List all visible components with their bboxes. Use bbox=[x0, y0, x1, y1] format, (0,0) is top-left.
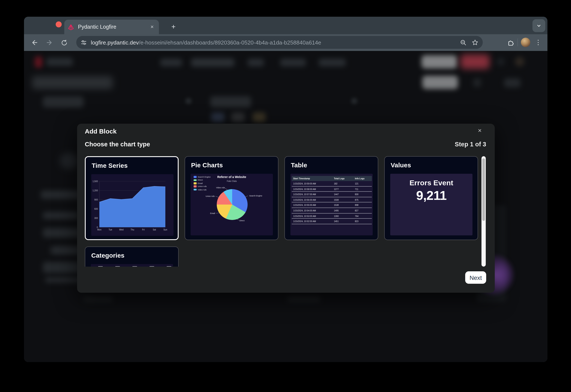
svg-text:Sat: Sat bbox=[153, 228, 156, 231]
table-cell: 1/15/2024, 10:52:00 AM bbox=[292, 218, 332, 224]
table-row: 1/15/2024, 10:56:00 AM1508875 bbox=[292, 197, 372, 202]
add-block-modal: Add Block × Choose the chart type Step 1… bbox=[77, 124, 495, 293]
next-button[interactable]: Next bbox=[465, 271, 486, 284]
card-title: Table bbox=[291, 161, 307, 168]
svg-text:600: 600 bbox=[94, 208, 98, 210]
card-pie-charts[interactable]: Pie Charts Referer of a Website Fake Dat… bbox=[185, 156, 278, 240]
svg-text:900: 900 bbox=[94, 198, 98, 201]
table-col-header: Total Logs bbox=[332, 176, 353, 181]
table-thumbnail: Start Timestamp Total Logs Info Logs 1/1… bbox=[291, 174, 373, 235]
table-row: 1/15/2024, 10:55:00 AM1538898 bbox=[292, 202, 372, 208]
url-text: logfire.pydantic.dev/e-hosseini/ehsan/da… bbox=[91, 39, 460, 46]
extensions-icon[interactable] bbox=[507, 39, 514, 46]
svg-text:1,500: 1,500 bbox=[92, 180, 98, 182]
table-cell: 1/15/2024, 10:53:00 AM bbox=[292, 213, 332, 218]
table-cell: 1451 bbox=[332, 218, 353, 224]
table-cell: 1538 bbox=[332, 202, 353, 208]
svg-text:1,200: 1,200 bbox=[92, 189, 98, 192]
categories-chart-hint bbox=[115, 266, 120, 266]
chevron-down-icon bbox=[536, 23, 542, 29]
table-cell: 875 bbox=[353, 197, 372, 202]
page-content: Add Block × Choose the chart type Step 1… bbox=[24, 51, 547, 362]
table-cell: 1495 bbox=[332, 208, 353, 213]
pie-slice-label: Direct bbox=[239, 219, 245, 222]
card-categories[interactable]: Categories bbox=[85, 247, 179, 266]
table-cell: 121 bbox=[353, 181, 372, 186]
forward-button[interactable] bbox=[44, 37, 54, 48]
table-row: 1/15/2024, 10:53:00 AM1390764 bbox=[292, 213, 372, 218]
new-tab-button[interactable]: + bbox=[168, 22, 179, 32]
forward-arrow-icon bbox=[46, 39, 53, 46]
table-cell: 1/15/2024, 10:55:00 AM bbox=[292, 202, 332, 208]
table-cell: 764 bbox=[353, 213, 372, 218]
categories-chart-hint bbox=[167, 266, 171, 266]
table-cell: 898 bbox=[353, 202, 372, 208]
card-time-series[interactable]: Time Series 03006009001,2001,500MonTueWe… bbox=[85, 156, 179, 240]
table-cell: 823 bbox=[353, 218, 372, 224]
table-cell: 1277 bbox=[332, 186, 353, 192]
step-indicator: Step 1 of 3 bbox=[455, 141, 486, 148]
metric-value: 9,211 bbox=[416, 188, 447, 203]
tab-search-button[interactable] bbox=[532, 19, 545, 32]
table-cell: 827 bbox=[353, 208, 372, 213]
table-cell: 1508 bbox=[332, 197, 353, 202]
tab-close-icon[interactable]: × bbox=[149, 24, 156, 30]
table-row: 1/15/2024, 10:54:00 AM1495827 bbox=[292, 208, 372, 213]
bookmark-star-icon[interactable] bbox=[472, 39, 479, 46]
categories-chart-hint bbox=[149, 266, 154, 266]
svg-text:Thu: Thu bbox=[131, 228, 134, 231]
table-cell: 711 bbox=[353, 186, 372, 192]
reload-button[interactable] bbox=[59, 37, 69, 48]
profile-avatar[interactable] bbox=[521, 38, 530, 47]
svg-text:Mon: Mon bbox=[97, 228, 101, 231]
toolbar-right: ⋮ bbox=[507, 36, 543, 49]
card-title: Categories bbox=[91, 252, 124, 259]
table-cell: 1/15/2024, 10:56:00 AM bbox=[292, 197, 332, 202]
modal-scrollbar-track[interactable] bbox=[482, 156, 486, 266]
browser-tab[interactable]: Pydantic Logfire × bbox=[64, 20, 159, 34]
browser-window: Pydantic Logfire × + bbox=[24, 17, 547, 362]
traffic-light-close[interactable] bbox=[56, 21, 62, 28]
card-table[interactable]: Table Start Timestamp Total Logs Info Lo… bbox=[284, 156, 378, 240]
card-title: Pie Charts bbox=[191, 161, 223, 168]
time-series-thumbnail: 03006009001,2001,500MonTueWedThuFriSatSu… bbox=[91, 174, 174, 236]
table-cell: 830 bbox=[353, 192, 372, 197]
table-row: 1/15/2024, 10:59:00 AM182121 bbox=[292, 181, 372, 186]
screen: Pydantic Logfire × + bbox=[0, 0, 571, 392]
pie-slice-label: Video Ads bbox=[211, 186, 225, 189]
site-settings-icon[interactable] bbox=[81, 39, 87, 46]
back-button[interactable] bbox=[29, 37, 39, 48]
table-col-header: Info Logs bbox=[353, 176, 372, 181]
pie-slice-label: Search Engine bbox=[249, 195, 262, 197]
modal-scrollbar-thumb[interactable] bbox=[482, 158, 485, 221]
url-path: /e-hosseini/ehsan/dashboards/8920360a-05… bbox=[139, 39, 321, 46]
url-host: logfire.pydantic.dev bbox=[91, 39, 139, 46]
chart-type-list: Time Series 03006009001,2001,500MonTueWe… bbox=[85, 156, 482, 266]
categories-chart-hint bbox=[132, 266, 137, 266]
zoom-out-icon[interactable] bbox=[460, 39, 467, 46]
svg-text:300: 300 bbox=[94, 217, 98, 219]
tab-strip: Pydantic Logfire × + bbox=[24, 17, 547, 34]
browser-menu-kebab-icon[interactable]: ⋮ bbox=[533, 39, 543, 46]
modal-close-icon[interactable]: × bbox=[476, 127, 483, 134]
url-bar[interactable]: logfire.pydantic.dev/e-hosseini/ehsan/da… bbox=[76, 36, 483, 49]
mini-table: Start Timestamp Total Logs Info Logs 1/1… bbox=[292, 176, 372, 224]
svg-text:Sun: Sun bbox=[163, 228, 167, 231]
categories-chart-hint bbox=[98, 266, 103, 266]
tab-title: Pydantic Logfire bbox=[78, 24, 149, 30]
pie-chart-thumbnail: Referer of a Website Fake Data Search En… bbox=[190, 174, 273, 235]
modal-title: Add Block bbox=[85, 127, 117, 135]
svg-text:Wed: Wed bbox=[119, 228, 123, 231]
card-values[interactable]: Values Errors Event 9,211 bbox=[384, 156, 478, 240]
table-row: 1/15/2024, 10:52:00 AM1451823 bbox=[292, 218, 372, 224]
table-cell: 1/15/2024, 10:59:00 AM bbox=[292, 181, 332, 186]
table-cell: 1447 bbox=[332, 192, 353, 197]
back-arrow-icon bbox=[31, 39, 38, 46]
card-title: Values bbox=[391, 161, 411, 168]
metric-title: Errors Event bbox=[410, 179, 453, 187]
table-cell: 1/15/2024, 10:57:00 AM bbox=[292, 192, 332, 197]
values-thumbnail: Errors Event 9,211 bbox=[390, 174, 472, 235]
pie-slice-label: Union Ads bbox=[201, 195, 215, 197]
categories-thumbnail bbox=[91, 264, 173, 266]
modal-subtitle: Choose the chart type bbox=[85, 141, 150, 148]
